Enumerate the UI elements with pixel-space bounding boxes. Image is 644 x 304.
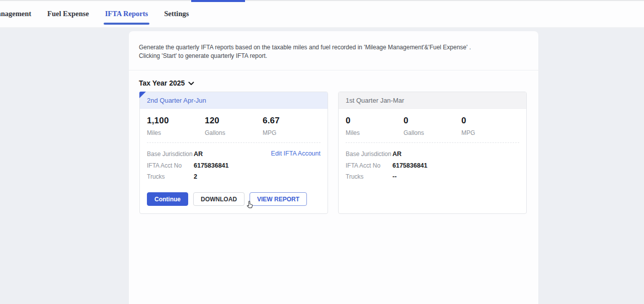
stat: 6.67 MPG	[263, 116, 320, 136]
quarter-stats: 1,100 Miles 120 Gallons 6.67 MPG	[147, 116, 320, 136]
quarter-card: 1st Quarter Jan-Mar 0 Miles 0 Gallons 0 …	[338, 92, 527, 214]
detail-label: Trucks	[147, 173, 194, 180]
stat-label: Miles	[346, 129, 404, 136]
detail-value: 6175836841	[392, 162, 428, 169]
dashed-divider	[147, 142, 320, 143]
stat: 120 Gallons	[205, 116, 263, 136]
tab-mileage-management[interactable]: Mileage Management	[0, 0, 31, 28]
quarter-details: Base Jurisdiction AR IFTA Acct No 617583…	[346, 148, 519, 183]
stat-value: 0	[346, 116, 404, 126]
chevron-down-icon	[188, 81, 194, 86]
stat-value: 6.67	[263, 116, 320, 126]
stat: 0 Miles	[346, 116, 404, 136]
detail-row: IFTA Acct No 6175836841	[346, 160, 519, 172]
detail-label: Trucks	[346, 173, 392, 180]
intro-text: Generate the quarterly IFTA reports base…	[129, 31, 538, 70]
tax-year-selector[interactable]: Tax Year 2025	[139, 79, 194, 87]
quarter-title: 2nd Quarter Apr-Jun	[147, 97, 206, 104]
detail-value: 2	[194, 173, 197, 180]
tab-settings[interactable]: Settings	[164, 0, 189, 28]
stat-label: MPG	[461, 129, 519, 136]
stat: 0 Gallons	[404, 116, 461, 136]
screen: Mileage ManagementFuel ExpenseIFTA Repor…	[0, 0, 644, 304]
quarter-card-header: 1st Quarter Jan-Mar	[339, 92, 526, 109]
detail-row: Trucks 2	[147, 171, 320, 183]
quarter-title: 1st Quarter Jan-Mar	[346, 97, 404, 104]
tabs: Mileage ManagementFuel ExpenseIFTA Repor…	[0, 0, 644, 28]
selected-corner-ribbon-icon	[139, 92, 146, 98]
stat-value: 1,100	[147, 116, 205, 126]
tax-year-label: Tax Year 2025	[139, 79, 185, 87]
intro-line-1: Generate the quarterly IFTA reports base…	[139, 43, 528, 52]
stat-label: Gallons	[404, 129, 461, 136]
detail-label: Base Jurisdiction	[346, 150, 392, 158]
stat-value: 0	[404, 116, 461, 126]
detail-row: Trucks --	[346, 171, 519, 183]
top-hairline	[0, 0, 644, 1]
dashed-divider	[346, 142, 519, 143]
cut-off-blue-button-fragment	[191, 0, 245, 2]
edit-ifta-account-link[interactable]: Edit IFTA Account	[271, 150, 320, 157]
tab-fuel-expense[interactable]: Fuel Expense	[47, 0, 89, 28]
detail-row: Base Jurisdiction AR	[346, 148, 519, 160]
detail-value: AR	[392, 150, 401, 158]
continue-button[interactable]: Continue	[147, 192, 188, 206]
stat-label: Miles	[147, 129, 205, 136]
stat-value: 120	[205, 116, 263, 126]
view-report-button[interactable]: VIEW REPORT	[250, 192, 307, 206]
download-button[interactable]: DOWNLOAD	[193, 192, 245, 206]
tab-bar: Mileage ManagementFuel ExpenseIFTA Repor…	[0, 0, 644, 28]
stat: 1,100 Miles	[147, 116, 205, 136]
detail-label: Base Jurisdiction	[147, 150, 194, 158]
quarter-card: 2nd Quarter Apr-Jun 1,100 Miles 120 Gall…	[139, 92, 328, 214]
detail-label: IFTA Acct No	[346, 162, 392, 169]
detail-row: IFTA Acct No 6175836841	[147, 160, 320, 172]
stat-label: MPG	[263, 129, 320, 136]
quarter-card-header: 2nd Quarter Apr-Jun	[140, 92, 328, 109]
quarter-stats: 0 Miles 0 Gallons 0 MPG	[346, 116, 519, 136]
ifta-reports-panel: Generate the quarterly IFTA reports base…	[129, 31, 538, 304]
detail-value: 6175836841	[194, 162, 229, 169]
quarter-cards: 2nd Quarter Apr-Jun 1,100 Miles 120 Gall…	[139, 92, 527, 214]
stat-label: Gallons	[205, 129, 263, 136]
stat-value: 0	[461, 116, 519, 126]
stat: 0 MPG	[461, 116, 519, 136]
tab-ifta-reports[interactable]: IFTA Reports	[105, 0, 148, 28]
detail-value: AR	[194, 150, 203, 158]
detail-value: --	[392, 173, 396, 180]
intro-line-2: Clicking 'Start' to generate quarterly I…	[139, 52, 528, 60]
detail-label: IFTA Acct No	[147, 162, 194, 169]
quarter-actions: ContinueDOWNLOADVIEW REPORT	[147, 192, 307, 206]
